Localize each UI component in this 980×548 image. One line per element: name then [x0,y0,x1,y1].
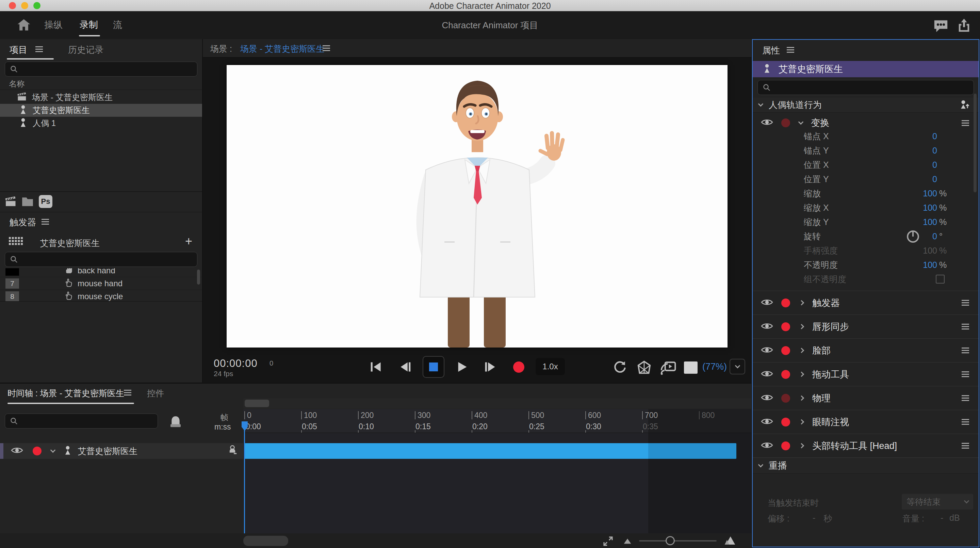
go-to-start-button[interactable] [370,362,382,374]
stream-icon[interactable] [660,360,676,377]
loop-icon[interactable] [612,360,627,376]
arm-record-dot[interactable] [781,322,790,331]
chevron-down-icon[interactable] [798,119,804,124]
timeline-search[interactable] [5,414,158,429]
arm-record-dot[interactable] [781,441,790,450]
photoshop-badge[interactable]: Ps [39,195,52,208]
project-search[interactable] [5,62,197,76]
trigger-key-badge[interactable]: 7 [5,279,19,288]
trigger-row[interactable]: back hand [0,268,202,277]
project-item-puppet-selected[interactable]: 艾普史密斯医生 [0,104,202,117]
property-row-rotation[interactable]: 旋转 0° [753,229,980,244]
chevron-right-icon[interactable] [799,443,804,449]
track-bar[interactable] [244,443,737,459]
playhead-line[interactable] [244,422,245,538]
eye-icon[interactable] [761,370,773,379]
share-icon[interactable] [957,18,971,35]
triggers-search-input[interactable] [22,255,192,264]
feedback-icon[interactable] [933,19,949,35]
properties-menu-icon[interactable] [787,47,794,53]
eye-icon[interactable] [761,417,773,427]
behavior-row[interactable]: 脸部 [753,338,978,362]
timeline-zoom-handle[interactable] [666,536,675,545]
ghost-onion-icon[interactable] [169,415,182,429]
timeline-search-input[interactable] [22,416,153,426]
work-area-thumb[interactable] [245,400,269,407]
arm-record-dot[interactable] [781,370,790,379]
fit-timeline-icon[interactable] [603,536,613,548]
properties-scrollbar[interactable] [974,94,977,192]
trigger-swatch[interactable] [5,268,19,276]
trigger-key-badge[interactable]: 8 [5,292,19,301]
behavior-row[interactable]: 眼睛注视 [753,410,978,433]
add-behavior-icon[interactable] [959,100,970,111]
behavior-menu-icon[interactable] [962,443,969,449]
transform-menu-icon[interactable] [962,120,969,126]
behavior-row[interactable]: 触发器 [753,291,978,314]
chevron-right-icon[interactable] [799,348,804,353]
scene-name-link[interactable]: 场景 - 艾普史密斯医生 [240,43,324,54]
track-header[interactable]: 艾普史密斯医生 [0,443,243,459]
eye-icon[interactable] [761,393,773,403]
timeline-h-scrollbar[interactable] [243,536,288,546]
behavior-menu-icon[interactable] [962,324,969,330]
eye-icon[interactable] [761,346,773,355]
record-button[interactable] [513,362,524,373]
new-scene-icon[interactable] [5,196,17,209]
chevron-right-icon[interactable] [799,324,804,330]
behavior-row[interactable]: 唇形同步 [753,314,978,338]
property-row[interactable]: 缩放 X 100% [753,201,980,215]
property-row[interactable]: 位置 Y 0 [753,172,980,186]
arm-record-dot[interactable] [781,346,790,355]
eye-icon[interactable] [761,441,773,451]
timeline-tab[interactable]: 时间轴 : 场景 - 艾普史密斯医生 [8,388,124,399]
zoom-out-icon[interactable] [624,538,632,546]
behavior-menu-icon[interactable] [962,300,969,306]
timeline-zoom-slider[interactable] [639,540,717,542]
project-item-puppet2[interactable]: 人偶 1 [0,117,202,130]
playback-speed[interactable]: 1.0x [536,358,565,375]
track-behaviors-header[interactable]: 人偶轨道行为 [753,98,978,113]
chevron-right-icon[interactable] [799,372,804,377]
behavior-row[interactable]: 头部转动工具 [Head] [753,433,978,457]
behavior-row[interactable]: 拖动工具 [753,362,978,386]
timeline-menu-icon[interactable] [124,390,131,395]
solid-background-toggle[interactable] [684,362,698,374]
stop-button[interactable] [423,356,444,378]
puppet-pin-icon[interactable] [228,445,237,457]
scene-header-menu-icon[interactable] [323,45,330,51]
property-row[interactable]: 锚点 X 0 [753,129,980,143]
behavior-menu-icon[interactable] [962,395,969,401]
chevron-down-icon[interactable] [50,447,56,453]
chevron-right-icon[interactable] [799,395,804,401]
trigger-row[interactable]: 8 mouse cycle [0,290,202,301]
add-trigger-button[interactable]: + [185,234,192,249]
properties-search[interactable] [757,80,974,95]
triggers-menu-icon[interactable] [41,219,49,225]
project-panel-menu-icon[interactable] [35,46,43,52]
arm-record-dot[interactable] [33,446,41,456]
property-row[interactable]: 不透明度 100% [753,258,980,272]
zoom-in-icon[interactable] [724,535,736,547]
arm-record-dot[interactable] [781,118,790,127]
behavior-menu-icon[interactable] [962,419,969,425]
property-row[interactable]: 缩放 100% [753,186,980,201]
frame-forward-button[interactable] [485,362,496,374]
frame-back-button[interactable] [399,362,411,374]
new-folder-icon[interactable] [21,196,34,209]
arm-record-dot[interactable] [781,394,790,403]
property-row[interactable]: 位置 X 0 [753,158,980,172]
eye-icon[interactable] [761,322,773,331]
stage-canvas[interactable] [227,65,727,347]
tab-history[interactable]: 历史记录 [68,44,103,56]
rotation-dial-icon[interactable] [907,230,920,244]
arm-record-dot[interactable] [781,417,790,427]
zoom-level[interactable]: (77%) [702,362,727,372]
trigger-row[interactable]: 7 mouse hand [0,277,202,290]
zoom-dropdown[interactable] [730,359,745,374]
selected-puppet-row[interactable]: 艾普史密斯医生 [753,61,978,77]
eye-icon[interactable] [11,446,23,456]
behavior-menu-icon[interactable] [962,347,969,353]
timeline-ruler[interactable]: 0 100 200 300 400 500 600 700 800 0:00 0… [243,409,751,433]
behavior-menu-icon[interactable] [962,371,969,377]
